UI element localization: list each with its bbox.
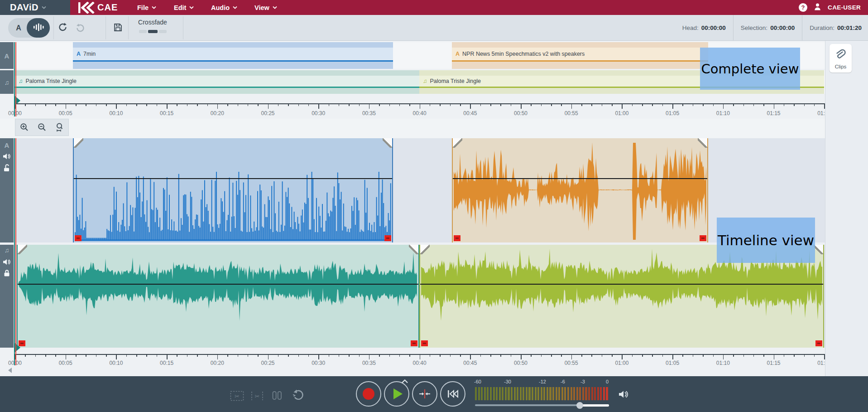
fade-marker[interactable] [384,235,391,241]
cut-selection-button[interactable]: ✂ [230,390,245,404]
timeline-ruler[interactable]: 00:0000:0500:1000:1500:2000:2500:3000:35… [0,348,825,366]
selection-cursor-line [14,42,15,116]
clip-fade-handle[interactable] [409,245,418,254]
toolbar-divider [183,16,183,39]
overview-clip-jingle-1[interactable]: ♫ Paloma Triste Jingle [15,70,419,94]
ruler-tick [733,354,734,357]
volume-envelope-line[interactable] [74,178,392,179]
menu-audio[interactable]: Audio [211,0,237,15]
menu-edit[interactable]: Edit [174,0,194,15]
user-icon[interactable] [814,3,821,12]
zoom-out-button[interactable] [36,121,48,133]
ruler-label: 00:20 [207,360,227,366]
fade-marker[interactable] [75,235,82,241]
mode-waveform-button[interactable] [27,18,50,38]
ruler-tick [339,103,340,106]
crossfade-curve-selector[interactable] [136,30,169,33]
redo-button[interactable] [73,22,87,34]
zoom-in-button[interactable] [19,121,30,133]
annotation-complete-view: Complete view [700,48,800,90]
clip-fade-handle[interactable] [420,245,430,254]
volume-envelope-line[interactable] [453,178,707,179]
user-name[interactable]: CAE-USER [828,4,861,11]
rewind-start-button[interactable] [440,381,465,407]
clip-fade-handle[interactable] [18,245,27,254]
ruler-tick [784,103,785,106]
ruler-tick [622,103,623,109]
mode-text-button[interactable]: A [8,18,29,38]
timeline-clip-npr-news[interactable] [452,138,708,242]
head-timecode: Head:00:00:00 [682,24,726,31]
overview-clip-7min[interactable]: A 7min [73,42,393,69]
clip-fade-handle[interactable] [698,138,707,148]
ruler-tick [460,103,461,106]
fade-marker[interactable] [19,340,25,346]
clip-name: 7min [83,51,96,57]
timeline-clip-jingle-1[interactable] [17,245,419,348]
vu-segment [543,387,545,400]
speaker-icon[interactable] [0,153,14,162]
record-button[interactable] [356,381,381,407]
zoom-fit-button[interactable] [54,121,66,133]
overview-clip-npr-news[interactable]: A NPR News 5min Speechmatics v2 with spe… [452,42,708,69]
play-options-caret-icon[interactable] [401,379,408,383]
menu-view[interactable]: View [254,0,277,15]
ruler-tick [177,103,177,106]
volume-slider[interactable] [475,402,609,409]
waveform-7min [74,138,392,242]
ruler-tick [126,354,127,357]
speaker-icon[interactable] [619,390,629,401]
ruler-tick [116,103,117,109]
david-logo-text: DAViD [10,2,38,13]
crossfade-control[interactable]: Crossfade [136,19,169,33]
ruler-label: 01:15 [764,360,784,366]
lock-closed-icon[interactable] [0,269,14,279]
ruler-tick [379,354,380,357]
play-button[interactable] [384,381,409,407]
split-clip-button[interactable] [272,390,283,403]
volume-fill [580,404,609,407]
ruler-tick [470,103,471,109]
clip-fade-handle[interactable] [383,138,392,148]
fade-marker[interactable] [411,340,417,346]
fade-marker[interactable] [815,340,822,346]
volume-envelope-line[interactable] [18,284,418,285]
clips-panel-button[interactable]: Clips [830,44,852,73]
lock-open-icon[interactable] [0,164,14,174]
undo-button[interactable] [56,22,70,34]
ruler-tick [753,354,754,357]
volume-thumb[interactable] [576,402,583,409]
vu-segment [528,387,530,400]
music-note-icon: ♫ [0,247,14,254]
speaker-icon[interactable] [0,258,14,267]
clip-fade-handle[interactable] [453,138,462,148]
timeline-clip-7min[interactable] [73,138,393,242]
ruler-tick [389,103,390,106]
volume-envelope-line[interactable] [420,284,823,285]
save-icon [113,22,123,34]
help-icon[interactable]: ? [799,3,807,12]
cut-remove-button[interactable]: ✂ [250,390,264,404]
timeline-scrollbar[interactable] [0,366,825,376]
text-clip-icon: A [456,51,460,57]
toolbar-divider [802,15,802,40]
ruler-tick [349,103,350,106]
chevron-down-icon [233,6,237,9]
revert-edit-button[interactable] [292,389,305,403]
transport-bar: ✂ ✂ -60-30-12-6-30 [0,376,868,412]
menu-file[interactable]: File [137,0,156,15]
save-button[interactable] [111,22,125,34]
scroll-left-icon[interactable] [8,368,12,373]
clip-fade-handle[interactable] [74,138,83,148]
ruler-tick [329,103,330,106]
fade-marker[interactable] [700,235,706,241]
ruler-tick [55,103,56,106]
clip-fade-handle[interactable] [814,245,823,254]
david-logo[interactable]: DAViD [0,0,70,15]
ruler-tick [531,354,532,357]
locate-playhead-button[interactable] [412,381,437,407]
fade-marker[interactable] [421,340,428,346]
fade-marker[interactable] [454,235,460,241]
overview-ruler[interactable]: 00:0000:0500:1000:1500:2000:2500:3000:35… [0,94,825,119]
vu-scale-label: 0 [606,379,609,384]
